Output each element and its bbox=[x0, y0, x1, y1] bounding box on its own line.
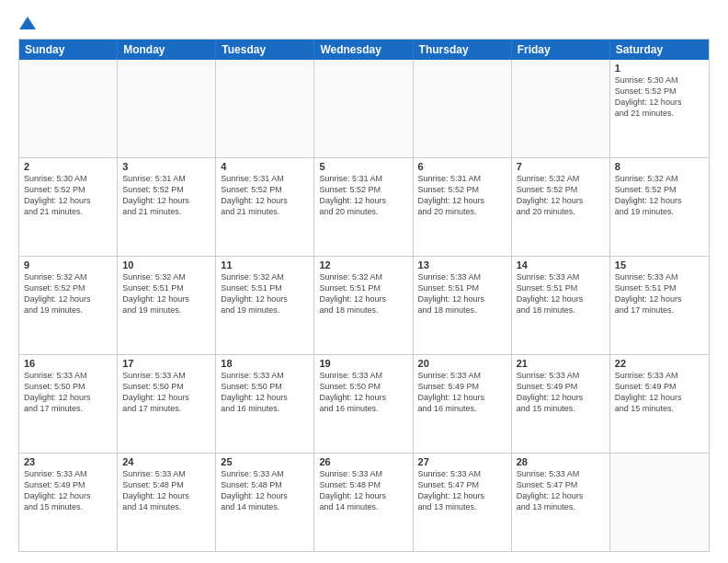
calendar-cell: 15Sunrise: 5:33 AM Sunset: 5:51 PM Dayli… bbox=[610, 257, 709, 354]
day-info: Sunrise: 5:33 AM Sunset: 5:48 PM Dayligh… bbox=[122, 468, 210, 513]
header-day-thursday: Thursday bbox=[414, 40, 512, 60]
day-info: Sunrise: 5:33 AM Sunset: 5:49 PM Dayligh… bbox=[615, 370, 704, 415]
calendar-cell bbox=[610, 454, 709, 551]
calendar-cell: 22Sunrise: 5:33 AM Sunset: 5:49 PM Dayli… bbox=[610, 355, 709, 453]
header bbox=[18, 15, 710, 31]
day-number: 6 bbox=[418, 161, 506, 172]
day-info: Sunrise: 5:33 AM Sunset: 5:50 PM Dayligh… bbox=[319, 370, 407, 415]
calendar-cell bbox=[512, 60, 610, 157]
calendar-row-0: 1Sunrise: 5:30 AM Sunset: 5:52 PM Daylig… bbox=[19, 60, 709, 158]
day-number: 3 bbox=[122, 161, 210, 172]
calendar-cell: 14Sunrise: 5:33 AM Sunset: 5:51 PM Dayli… bbox=[512, 257, 610, 354]
calendar-cell: 20Sunrise: 5:33 AM Sunset: 5:49 PM Dayli… bbox=[414, 355, 512, 453]
day-number: 14 bbox=[517, 259, 605, 270]
day-number: 24 bbox=[122, 456, 210, 467]
calendar-cell: 17Sunrise: 5:33 AM Sunset: 5:50 PM Dayli… bbox=[118, 355, 216, 453]
calendar-cell bbox=[414, 60, 512, 157]
day-number: 9 bbox=[24, 259, 112, 270]
calendar-header: SundayMondayTuesdayWednesdayThursdayFrid… bbox=[19, 40, 709, 60]
calendar-cell: 11Sunrise: 5:32 AM Sunset: 5:51 PM Dayli… bbox=[216, 257, 314, 354]
calendar-cell: 26Sunrise: 5:33 AM Sunset: 5:48 PM Dayli… bbox=[314, 454, 413, 551]
day-info: Sunrise: 5:30 AM Sunset: 5:52 PM Dayligh… bbox=[615, 75, 704, 120]
day-info: Sunrise: 5:32 AM Sunset: 5:52 PM Dayligh… bbox=[24, 271, 112, 316]
day-info: Sunrise: 5:32 AM Sunset: 5:51 PM Dayligh… bbox=[221, 271, 309, 316]
calendar-cell: 16Sunrise: 5:33 AM Sunset: 5:50 PM Dayli… bbox=[19, 355, 118, 453]
day-info: Sunrise: 5:31 AM Sunset: 5:52 PM Dayligh… bbox=[221, 173, 309, 218]
day-number: 27 bbox=[418, 456, 506, 467]
calendar-cell bbox=[19, 60, 118, 157]
day-number: 12 bbox=[319, 259, 407, 270]
calendar-cell: 10Sunrise: 5:32 AM Sunset: 5:51 PM Dayli… bbox=[118, 257, 216, 354]
day-number: 20 bbox=[418, 358, 506, 369]
calendar-row-4: 23Sunrise: 5:33 AM Sunset: 5:49 PM Dayli… bbox=[19, 454, 709, 551]
day-info: Sunrise: 5:33 AM Sunset: 5:47 PM Dayligh… bbox=[418, 468, 506, 513]
calendar-cell: 27Sunrise: 5:33 AM Sunset: 5:47 PM Dayli… bbox=[414, 454, 512, 551]
page: SundayMondayTuesdayWednesdayThursdayFrid… bbox=[0, 0, 728, 563]
calendar-cell: 18Sunrise: 5:33 AM Sunset: 5:50 PM Dayli… bbox=[216, 355, 314, 453]
header-day-monday: Monday bbox=[118, 40, 216, 60]
day-info: Sunrise: 5:32 AM Sunset: 5:51 PM Dayligh… bbox=[122, 271, 210, 316]
day-number: 5 bbox=[319, 161, 407, 172]
calendar-row-1: 2Sunrise: 5:30 AM Sunset: 5:52 PM Daylig… bbox=[19, 158, 709, 257]
day-info: Sunrise: 5:31 AM Sunset: 5:52 PM Dayligh… bbox=[418, 173, 506, 218]
day-number: 19 bbox=[319, 358, 407, 369]
day-number: 2 bbox=[24, 161, 112, 172]
day-info: Sunrise: 5:33 AM Sunset: 5:48 PM Dayligh… bbox=[319, 468, 407, 513]
day-info: Sunrise: 5:32 AM Sunset: 5:52 PM Dayligh… bbox=[517, 173, 605, 218]
header-day-sunday: Sunday bbox=[19, 40, 118, 60]
day-number: 1 bbox=[615, 63, 704, 74]
day-number: 13 bbox=[418, 259, 506, 270]
calendar-cell: 9Sunrise: 5:32 AM Sunset: 5:52 PM Daylig… bbox=[19, 257, 118, 354]
day-info: Sunrise: 5:32 AM Sunset: 5:51 PM Dayligh… bbox=[319, 271, 407, 316]
calendar-cell: 5Sunrise: 5:31 AM Sunset: 5:52 PM Daylig… bbox=[314, 158, 413, 256]
day-number: 11 bbox=[221, 259, 309, 270]
header-day-wednesday: Wednesday bbox=[314, 40, 413, 60]
calendar-cell: 13Sunrise: 5:33 AM Sunset: 5:51 PM Dayli… bbox=[414, 257, 512, 354]
calendar-cell bbox=[314, 60, 413, 157]
calendar: SundayMondayTuesdayWednesdayThursdayFrid… bbox=[18, 39, 710, 552]
day-number: 17 bbox=[122, 358, 210, 369]
day-info: Sunrise: 5:33 AM Sunset: 5:48 PM Dayligh… bbox=[221, 468, 309, 513]
day-number: 21 bbox=[517, 358, 605, 369]
calendar-cell: 19Sunrise: 5:33 AM Sunset: 5:50 PM Dayli… bbox=[314, 355, 413, 453]
day-number: 23 bbox=[24, 456, 112, 467]
day-info: Sunrise: 5:30 AM Sunset: 5:52 PM Dayligh… bbox=[24, 173, 112, 218]
calendar-cell: 3Sunrise: 5:31 AM Sunset: 5:52 PM Daylig… bbox=[118, 158, 216, 256]
calendar-cell: 2Sunrise: 5:30 AM Sunset: 5:52 PM Daylig… bbox=[19, 158, 118, 256]
calendar-cell: 7Sunrise: 5:32 AM Sunset: 5:52 PM Daylig… bbox=[512, 158, 610, 256]
calendar-row-2: 9Sunrise: 5:32 AM Sunset: 5:52 PM Daylig… bbox=[19, 257, 709, 355]
day-number: 15 bbox=[615, 259, 704, 270]
day-info: Sunrise: 5:33 AM Sunset: 5:49 PM Dayligh… bbox=[517, 370, 605, 415]
day-number: 10 bbox=[122, 259, 210, 270]
day-number: 18 bbox=[221, 358, 309, 369]
day-info: Sunrise: 5:33 AM Sunset: 5:49 PM Dayligh… bbox=[24, 468, 112, 513]
header-day-tuesday: Tuesday bbox=[216, 40, 314, 60]
day-info: Sunrise: 5:33 AM Sunset: 5:50 PM Dayligh… bbox=[221, 370, 309, 415]
calendar-cell: 28Sunrise: 5:33 AM Sunset: 5:47 PM Dayli… bbox=[512, 454, 610, 551]
calendar-cell: 21Sunrise: 5:33 AM Sunset: 5:49 PM Dayli… bbox=[512, 355, 610, 453]
calendar-cell: 12Sunrise: 5:32 AM Sunset: 5:51 PM Dayli… bbox=[314, 257, 413, 354]
calendar-cell: 8Sunrise: 5:32 AM Sunset: 5:52 PM Daylig… bbox=[610, 158, 709, 256]
day-info: Sunrise: 5:33 AM Sunset: 5:51 PM Dayligh… bbox=[517, 271, 605, 316]
day-info: Sunrise: 5:32 AM Sunset: 5:52 PM Dayligh… bbox=[615, 173, 704, 218]
calendar-cell: 24Sunrise: 5:33 AM Sunset: 5:48 PM Dayli… bbox=[118, 454, 216, 551]
calendar-cell: 25Sunrise: 5:33 AM Sunset: 5:48 PM Dayli… bbox=[216, 454, 314, 551]
day-number: 16 bbox=[24, 358, 112, 369]
day-info: Sunrise: 5:31 AM Sunset: 5:52 PM Dayligh… bbox=[319, 173, 407, 218]
calendar-row-3: 16Sunrise: 5:33 AM Sunset: 5:50 PM Dayli… bbox=[19, 355, 709, 454]
day-number: 8 bbox=[615, 161, 704, 172]
day-info: Sunrise: 5:31 AM Sunset: 5:52 PM Dayligh… bbox=[122, 173, 210, 218]
day-number: 26 bbox=[319, 456, 407, 467]
logo bbox=[18, 15, 36, 31]
calendar-cell: 4Sunrise: 5:31 AM Sunset: 5:52 PM Daylig… bbox=[216, 158, 314, 256]
header-day-saturday: Saturday bbox=[610, 40, 709, 60]
day-info: Sunrise: 5:33 AM Sunset: 5:49 PM Dayligh… bbox=[418, 370, 506, 415]
calendar-cell: 1Sunrise: 5:30 AM Sunset: 5:52 PM Daylig… bbox=[610, 60, 709, 157]
day-number: 28 bbox=[517, 456, 605, 467]
day-info: Sunrise: 5:33 AM Sunset: 5:51 PM Dayligh… bbox=[615, 271, 704, 316]
day-number: 4 bbox=[221, 161, 309, 172]
day-number: 22 bbox=[615, 358, 704, 369]
day-info: Sunrise: 5:33 AM Sunset: 5:51 PM Dayligh… bbox=[418, 271, 506, 316]
header-day-friday: Friday bbox=[512, 40, 610, 60]
day-info: Sunrise: 5:33 AM Sunset: 5:50 PM Dayligh… bbox=[24, 370, 112, 415]
